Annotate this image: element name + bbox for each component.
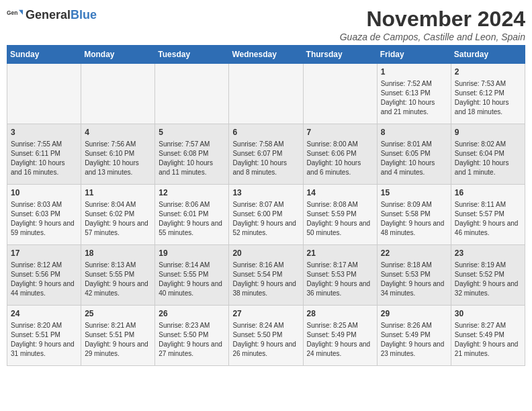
week-row-1: 1Sunrise: 7:52 AM Sunset: 6:13 PM Daylig… [7, 64, 525, 124]
header-cell-saturday: Saturday [451, 46, 525, 64]
cell-info: Sunrise: 8:07 AM Sunset: 6:00 PM Dayligh… [232, 200, 299, 238]
calendar-cell: 19Sunrise: 8:14 AM Sunset: 5:55 PM Dayli… [155, 245, 229, 306]
day-number: 11 [85, 187, 151, 199]
calendar-cell: 17Sunrise: 8:12 AM Sunset: 5:56 PM Dayli… [7, 245, 81, 306]
header-cell-tuesday: Tuesday [155, 46, 229, 64]
cell-info: Sunrise: 7:56 AM Sunset: 6:10 PM Dayligh… [85, 140, 151, 177]
day-number: 8 [381, 127, 447, 138]
svg-marker-1 [19, 10, 23, 15]
calendar-cell: 10Sunrise: 8:03 AM Sunset: 6:03 PM Dayli… [7, 185, 81, 245]
cell-info: Sunrise: 7:53 AM Sunset: 6:12 PM Dayligh… [455, 79, 521, 117]
calendar-cell: 14Sunrise: 8:08 AM Sunset: 5:59 PM Dayli… [303, 185, 377, 245]
cell-info: Sunrise: 8:16 AM Sunset: 5:54 PM Dayligh… [232, 261, 299, 298]
day-number: 13 [232, 187, 299, 199]
cell-info: Sunrise: 8:23 AM Sunset: 5:50 PM Dayligh… [159, 321, 225, 359]
calendar-cell [229, 64, 303, 124]
week-row-4: 17Sunrise: 8:12 AM Sunset: 5:56 PM Dayli… [7, 245, 525, 306]
calendar-cell: 11Sunrise: 8:04 AM Sunset: 6:02 PM Dayli… [81, 185, 155, 245]
cell-info: Sunrise: 8:17 AM Sunset: 5:53 PM Dayligh… [307, 261, 373, 298]
logo-general: General [26, 8, 71, 21]
cell-info: Sunrise: 8:01 AM Sunset: 6:05 PM Dayligh… [381, 140, 447, 177]
cell-info: Sunrise: 8:25 AM Sunset: 5:49 PM Dayligh… [307, 321, 373, 359]
calendar-table: SundayMondayTuesdayWednesdayThursdayFrid… [7, 45, 525, 366]
title-block: November 2024 Guaza de Campos, Castille … [340, 7, 525, 42]
day-number: 5 [159, 127, 225, 138]
day-number: 21 [307, 248, 373, 259]
day-number: 24 [11, 308, 77, 320]
day-number: 10 [11, 187, 77, 199]
header-row: SundayMondayTuesdayWednesdayThursdayFrid… [7, 46, 525, 64]
cell-info: Sunrise: 8:21 AM Sunset: 5:51 PM Dayligh… [85, 321, 151, 359]
day-number: 25 [85, 308, 151, 320]
cell-info: Sunrise: 8:09 AM Sunset: 5:58 PM Dayligh… [381, 200, 447, 238]
calendar-cell: 12Sunrise: 8:06 AM Sunset: 6:01 PM Dayli… [155, 185, 229, 245]
day-number: 20 [232, 248, 299, 259]
header-cell-thursday: Thursday [303, 46, 377, 64]
header-cell-wednesday: Wednesday [229, 46, 303, 64]
calendar-cell [303, 64, 377, 124]
cell-info: Sunrise: 8:18 AM Sunset: 5:53 PM Dayligh… [381, 261, 447, 298]
day-number: 9 [455, 127, 521, 138]
cell-info: Sunrise: 8:02 AM Sunset: 6:04 PM Dayligh… [455, 140, 521, 177]
cell-info: Sunrise: 8:06 AM Sunset: 6:01 PM Dayligh… [159, 200, 225, 238]
cell-info: Sunrise: 8:08 AM Sunset: 5:59 PM Dayligh… [307, 200, 373, 238]
header: Gen GeneralBlue November 2024 Guaza de C… [7, 7, 525, 42]
cell-info: Sunrise: 7:52 AM Sunset: 6:13 PM Dayligh… [381, 79, 447, 117]
day-number: 15 [381, 187, 447, 199]
calendar-cell: 24Sunrise: 8:20 AM Sunset: 5:51 PM Dayli… [7, 306, 81, 366]
cell-info: Sunrise: 7:58 AM Sunset: 6:07 PM Dayligh… [232, 140, 299, 177]
calendar-cell: 28Sunrise: 8:25 AM Sunset: 5:49 PM Dayli… [303, 306, 377, 366]
logo-text: GeneralBlue [26, 8, 97, 22]
calendar-cell: 6Sunrise: 7:58 AM Sunset: 6:07 PM Daylig… [229, 124, 303, 185]
day-number: 2 [455, 66, 521, 78]
calendar-cell: 1Sunrise: 7:52 AM Sunset: 6:13 PM Daylig… [377, 64, 451, 124]
week-row-5: 24Sunrise: 8:20 AM Sunset: 5:51 PM Dayli… [7, 306, 525, 366]
logo-icon: Gen [7, 7, 23, 23]
calendar-cell [81, 64, 155, 124]
week-row-2: 3Sunrise: 7:55 AM Sunset: 6:11 PM Daylig… [7, 124, 525, 185]
calendar-cell: 8Sunrise: 8:01 AM Sunset: 6:05 PM Daylig… [377, 124, 451, 185]
cell-info: Sunrise: 8:00 AM Sunset: 6:06 PM Dayligh… [307, 140, 373, 177]
cell-info: Sunrise: 8:12 AM Sunset: 5:56 PM Dayligh… [11, 261, 77, 298]
calendar-cell: 27Sunrise: 8:24 AM Sunset: 5:50 PM Dayli… [229, 306, 303, 366]
day-number: 17 [11, 248, 77, 259]
week-row-3: 10Sunrise: 8:03 AM Sunset: 6:03 PM Dayli… [7, 185, 525, 245]
cell-info: Sunrise: 8:03 AM Sunset: 6:03 PM Dayligh… [11, 200, 77, 238]
day-number: 30 [455, 308, 521, 320]
cell-info: Sunrise: 8:11 AM Sunset: 5:57 PM Dayligh… [455, 200, 521, 238]
cell-info: Sunrise: 8:19 AM Sunset: 5:52 PM Dayligh… [455, 261, 521, 298]
calendar-cell: 25Sunrise: 8:21 AM Sunset: 5:51 PM Dayli… [81, 306, 155, 366]
calendar-cell: 20Sunrise: 8:16 AM Sunset: 5:54 PM Dayli… [229, 245, 303, 306]
cell-info: Sunrise: 8:14 AM Sunset: 5:55 PM Dayligh… [159, 261, 225, 298]
header-cell-monday: Monday [81, 46, 155, 64]
calendar-cell [155, 64, 229, 124]
day-number: 6 [232, 127, 299, 138]
day-number: 14 [307, 187, 373, 199]
day-number: 23 [455, 248, 521, 259]
header-cell-friday: Friday [377, 46, 451, 64]
calendar-cell: 22Sunrise: 8:18 AM Sunset: 5:53 PM Dayli… [377, 245, 451, 306]
calendar-cell: 3Sunrise: 7:55 AM Sunset: 6:11 PM Daylig… [7, 124, 81, 185]
calendar-cell: 13Sunrise: 8:07 AM Sunset: 6:00 PM Dayli… [229, 185, 303, 245]
cell-info: Sunrise: 7:57 AM Sunset: 6:08 PM Dayligh… [159, 140, 225, 177]
svg-text:Gen: Gen [7, 9, 17, 16]
calendar-cell: 4Sunrise: 7:56 AM Sunset: 6:10 PM Daylig… [81, 124, 155, 185]
cell-info: Sunrise: 8:27 AM Sunset: 5:49 PM Dayligh… [455, 321, 521, 359]
day-number: 28 [307, 308, 373, 320]
day-number: 7 [307, 127, 373, 138]
cell-info: Sunrise: 8:04 AM Sunset: 6:02 PM Dayligh… [85, 200, 151, 238]
cell-info: Sunrise: 8:26 AM Sunset: 5:49 PM Dayligh… [381, 321, 447, 359]
calendar-cell: 26Sunrise: 8:23 AM Sunset: 5:50 PM Dayli… [155, 306, 229, 366]
day-number: 3 [11, 127, 77, 138]
calendar-cell: 18Sunrise: 8:13 AM Sunset: 5:55 PM Dayli… [81, 245, 155, 306]
day-number: 4 [85, 127, 151, 138]
cell-info: Sunrise: 8:24 AM Sunset: 5:50 PM Dayligh… [232, 321, 299, 359]
day-number: 27 [232, 308, 299, 320]
day-number: 12 [159, 187, 225, 199]
calendar-cell: 16Sunrise: 8:11 AM Sunset: 5:57 PM Dayli… [451, 185, 525, 245]
day-number: 22 [381, 248, 447, 259]
calendar-cell: 7Sunrise: 8:00 AM Sunset: 6:06 PM Daylig… [303, 124, 377, 185]
day-number: 16 [455, 187, 521, 199]
calendar-cell: 23Sunrise: 8:19 AM Sunset: 5:52 PM Dayli… [451, 245, 525, 306]
calendar-cell: 5Sunrise: 7:57 AM Sunset: 6:08 PM Daylig… [155, 124, 229, 185]
